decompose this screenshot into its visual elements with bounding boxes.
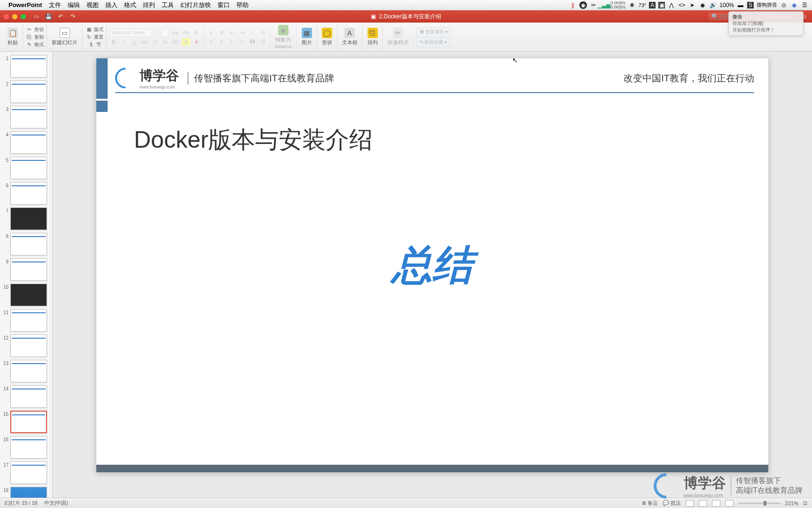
increase-indent-button[interactable]: ⇥	[238, 29, 246, 37]
fit-window-button[interactable]: ⊡	[803, 500, 807, 506]
fan-icon[interactable]: ❋	[628, 1, 636, 9]
slide-thumbnails-panel[interactable]: 123456789101112131415161718	[0, 52, 53, 498]
graph-icon[interactable]: ▁▃▅	[600, 1, 608, 9]
align-center-button[interactable]: ≡	[217, 38, 226, 45]
thumb-row-1[interactable]: 1	[0, 54, 52, 79]
menubar-icon-1[interactable]: A	[649, 2, 656, 8]
menu-window[interactable]: 窗口	[218, 1, 230, 9]
slide-thumbnail[interactable]	[10, 182, 47, 205]
menu-arrange[interactable]: 排列	[143, 1, 155, 9]
wifi-icon[interactable]: ◉	[699, 1, 706, 9]
text-direction-button[interactable]: ⟲	[258, 29, 267, 37]
minimize-button[interactable]	[12, 14, 17, 19]
menu-insert[interactable]: 插入	[105, 1, 117, 9]
menu-slideshow[interactable]: 幻灯片放映	[180, 1, 211, 9]
volume-icon[interactable]: 🔊	[709, 1, 717, 9]
slide-thumbnail[interactable]	[10, 309, 47, 332]
highlight-button[interactable]: A	[182, 38, 190, 46]
siri-icon[interactable]: ◉	[790, 1, 798, 9]
slide-thumbnail[interactable]	[10, 385, 47, 408]
thumb-row-3[interactable]: 3	[0, 104, 52, 130]
slide-thumbnail[interactable]	[10, 233, 47, 255]
slide-thumbnail[interactable]	[10, 334, 47, 357]
line-spacing-button[interactable]: ↕	[248, 29, 257, 37]
section-button[interactable]: §节	[88, 41, 101, 48]
thumb-row-4[interactable]: 4	[0, 130, 52, 155]
close-button[interactable]	[4, 14, 9, 19]
menubar-icon-2[interactable]: ▣	[658, 2, 665, 8]
qat-save-icon[interactable]: 💾	[45, 13, 52, 20]
slide-thumbnail[interactable]	[10, 157, 47, 179]
slide-thumbnail[interactable]	[10, 55, 47, 78]
decrease-font-icon[interactable]: A▾	[181, 29, 190, 37]
slide-counter[interactable]: 幻灯片 15 / 18	[5, 500, 38, 507]
normal-view-button[interactable]	[686, 500, 694, 507]
thumb-row-18[interactable]: 18	[0, 485, 52, 498]
thumb-row-2[interactable]: 2	[0, 79, 52, 104]
columns-button[interactable]: ▮▮	[248, 38, 257, 45]
language-indicator[interactable]: 中文(中国)	[44, 500, 68, 507]
copy-button[interactable]: ⿻复制	[26, 34, 44, 40]
thumb-row-16[interactable]: 16	[0, 435, 52, 460]
format-painter-button[interactable]: ✎格式	[26, 41, 44, 48]
layout-button[interactable]: ▦版式	[86, 26, 103, 33]
convert-smartart-button[interactable]: ◆ 转换为 SmartArt	[273, 24, 294, 50]
current-slide[interactable]: 博学谷 www.boxuegu.com 传智播客旗下高端IT在线教育品牌 改变中…	[96, 58, 768, 472]
slide-thumbnail[interactable]	[10, 360, 47, 382]
qat-undo-icon[interactable]: ↶	[57, 13, 64, 20]
thumb-row-7[interactable]: 7	[0, 206, 52, 231]
textbox-button[interactable]: A文本框	[340, 27, 359, 47]
slide-thumbnail[interactable]	[10, 487, 47, 498]
shape-fill-button[interactable]: ▣ 形状填充 ▾	[416, 27, 452, 37]
underline-button[interactable]: U	[130, 38, 139, 46]
code-icon[interactable]: <>	[678, 1, 686, 9]
zoom-slider[interactable]	[738, 502, 781, 504]
menu-tools[interactable]: 工具	[162, 1, 174, 9]
superscript-button[interactable]: x²	[151, 38, 159, 46]
maximize-button[interactable]	[21, 14, 26, 19]
thumb-row-10[interactable]: 10	[0, 282, 52, 308]
slide-thumbnail[interactable]	[10, 284, 47, 306]
strike-button[interactable]: abc	[141, 38, 149, 46]
slide-title[interactable]: Docker版本与安装介绍	[134, 124, 373, 156]
menu-format[interactable]: 格式	[124, 1, 136, 9]
menu-view[interactable]: 视图	[86, 1, 99, 9]
thumb-row-9[interactable]: 9	[0, 257, 52, 282]
font-size-select[interactable]: 21	[154, 29, 169, 37]
sorter-view-button[interactable]	[699, 500, 707, 507]
reading-view-button[interactable]	[712, 500, 720, 507]
picture-button[interactable]: ▦图片	[300, 27, 314, 47]
decrease-indent-button[interactable]: ⇤	[227, 29, 236, 37]
slide-editor[interactable]: 博学谷 www.boxuegu.com 传智播客旗下高端IT在线教育品牌 改变中…	[53, 52, 812, 498]
spotlight-icon[interactable]: ⊙	[780, 1, 788, 9]
ime-name[interactable]: 搜狗拼音	[757, 1, 777, 8]
thumb-row-11[interactable]: 11	[0, 308, 52, 333]
menu-edit[interactable]: 编辑	[68, 1, 80, 9]
thumb-row-5[interactable]: 5	[0, 155, 52, 181]
location-icon[interactable]: ➤	[688, 1, 696, 9]
thumb-row-8[interactable]: 8	[0, 231, 52, 257]
shape-outline-button[interactable]: ✎ 形状轮廓 ▾	[416, 38, 451, 47]
thumb-row-13[interactable]: 13	[0, 358, 52, 384]
pause-icon[interactable]: ‖	[569, 1, 577, 9]
numbering-button[interactable]: ≣	[217, 29, 226, 37]
increase-font-icon[interactable]: A▴	[171, 29, 180, 37]
font-color-button[interactable]: A	[192, 38, 201, 46]
ime-icon[interactable]: S	[747, 2, 754, 8]
qat-home-icon[interactable]: ▭	[32, 13, 40, 20]
slideshow-view-button[interactable]	[725, 500, 734, 507]
justify-button[interactable]: ≡	[238, 38, 246, 45]
notification-center-icon[interactable]: ☰	[801, 1, 808, 9]
cut-button[interactable]: ✂剪切	[26, 26, 44, 33]
slide-thumbnail[interactable]	[10, 461, 47, 484]
thumb-row-6[interactable]: 6	[0, 181, 52, 206]
menu-file[interactable]: 文件	[49, 1, 61, 9]
wechat-notification[interactable]: 微信 你添加了[视频] 开始视频打开程序！	[728, 11, 804, 36]
bold-button[interactable]: B	[109, 38, 118, 46]
new-slide-button[interactable]: ▭ 新建幻灯片	[50, 27, 79, 47]
slide-thumbnail[interactable]	[10, 80, 47, 103]
align-text-button[interactable]: ⊟	[258, 38, 267, 45]
subscript-button[interactable]: x₂	[161, 38, 170, 46]
slide-thumbnail[interactable]	[10, 207, 47, 230]
battery-icon[interactable]: ▬	[737, 1, 744, 9]
